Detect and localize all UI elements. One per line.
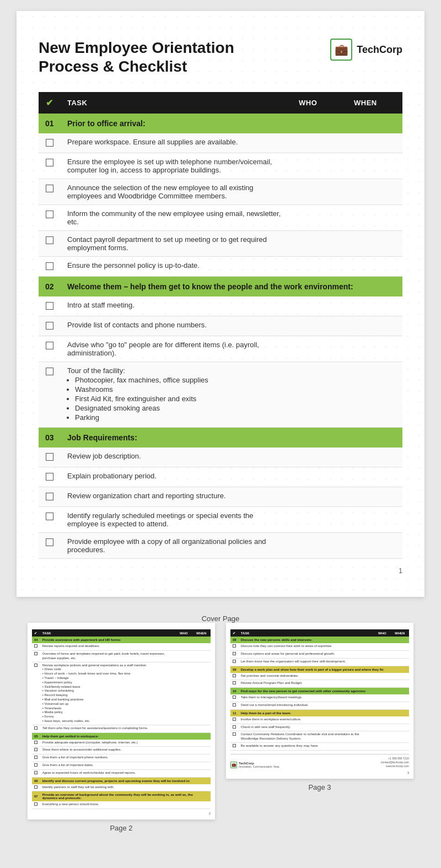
checkbox[interactable]	[46, 453, 53, 461]
thumb-section-08: 08 Discuss the new persons skills and in…	[230, 637, 409, 643]
checkbox[interactable]	[46, 185, 53, 192]
checkbox[interactable]	[46, 368, 53, 375]
thumb-tagline: Innovation. Communication. Now.	[239, 765, 279, 768]
checkbox[interactable]	[46, 322, 53, 330]
thumb-row: Review workplace policies and general ex…	[32, 662, 211, 725]
thumb-row: Everything a new person should know.	[32, 801, 211, 808]
thumb-row: Tell them who they contact for assistanc…	[32, 725, 211, 732]
thumb-phone: +1 566 890 7210	[381, 757, 409, 761]
page3-thumb: ✔ TASK WHO WHEN 08 Discuss the new perso…	[226, 623, 413, 779]
section-title: Welcome them – help them get to know the…	[61, 277, 402, 297]
thumb-section-07: 07 Provide an overview of background abo…	[32, 791, 211, 802]
checkbox[interactable]	[46, 302, 53, 310]
thumb-section-04: 04 Provide assistance with paperwork and…	[32, 637, 211, 643]
table-row: Inform the community of the new employee…	[39, 205, 402, 231]
thumb-row: Provide adequate equipment (computer, te…	[32, 740, 211, 747]
table-row: Review job description.	[39, 448, 402, 467]
checkmark-icon: ✔	[46, 98, 53, 107]
logo: 💼 TechCorp	[330, 39, 402, 61]
section-row-02: 02 Welcome them – help them get to know …	[39, 277, 402, 297]
pages-row: ✔ TASK WHO WHEN 04 Provide assistance wi…	[17, 623, 424, 832]
thumb-table-2: ✔ TASK WHO WHEN 04 Provide assistance wi…	[32, 629, 211, 809]
cover-header: New Employee Orientation Process & Check…	[39, 39, 402, 76]
page-number: 1	[39, 567, 402, 575]
thumb-row: Show them where to access/order addition…	[32, 747, 211, 754]
section-row-03: 03 Job Requirements:	[39, 428, 402, 448]
page2-thumb: ✔ TASK WHO WHEN 04 Provide assistance wi…	[28, 623, 215, 820]
thumb-section-06: 06 Identify and discuss current programs…	[32, 777, 211, 784]
thumb-row: Give them a list of important dates.	[32, 762, 211, 769]
thumb-row: Agree to expected hours of work/schedule…	[32, 769, 211, 777]
table-row: Ensure the employee is set up with telep…	[39, 153, 402, 179]
section-num: 02	[39, 277, 61, 297]
thumb-section-09: 09 Develop a work plan and show how thei…	[230, 666, 409, 673]
thumb-row: Set priorities and concrete deliverables…	[230, 673, 409, 680]
table-row: Announce the selection of the new employ…	[39, 179, 402, 205]
checkbox[interactable]	[46, 538, 53, 546]
thumb-row: Discuss how they can connect their work …	[230, 643, 409, 650]
table-row: Explain probationary period.	[39, 467, 402, 487]
cover-page-label: Cover Page	[202, 614, 240, 623]
checkbox[interactable]	[46, 473, 53, 481]
cover-page: New Employee Orientation Process & Check…	[17, 11, 424, 597]
table-row: Provide list of contacts and phone numbe…	[39, 316, 402, 336]
thumb-table-3: ✔ TASK WHO WHEN 08 Discuss the new perso…	[230, 629, 409, 751]
table-row: Contact payroll department to set up mee…	[39, 231, 402, 257]
thumb-row: Involve them in workplace events/culture…	[230, 716, 409, 724]
checkbox[interactable]	[46, 493, 53, 500]
checkbox[interactable]	[46, 139, 53, 147]
table-row: Advise who "go to" people are for differ…	[39, 336, 402, 362]
thumb-row: Overview of forms and templates required…	[32, 650, 211, 662]
thumb-row: Send out a memo/email introducing indivi…	[230, 702, 409, 709]
checkbox[interactable]	[46, 513, 53, 520]
thumb-footer: 💼 TechCorp Innovation. Communication. No…	[230, 754, 409, 768]
section-title: Prior to office arrival:	[61, 114, 402, 133]
thumb-logo-icon: 💼	[230, 762, 237, 768]
thumb-footer-logo: 💼 TechCorp Innovation. Communication. No…	[230, 762, 279, 768]
table-row: Intro at staff meeting.	[39, 296, 402, 316]
thumb-row: Check in with new staff frequently.	[230, 724, 409, 731]
thumb-row: Let them know how the organization will …	[230, 658, 409, 666]
thumb-section-05: 05 Help them get settled in workspace:	[32, 732, 211, 740]
thumb-row: Give them a list of important phone numb…	[32, 754, 211, 762]
table-row: Ensure the personnel policy is up-to-dat…	[39, 257, 402, 277]
facility-tour-list: Photocopier, fax machines, office suppli…	[67, 376, 286, 422]
section-num: 03	[39, 428, 61, 448]
thumb-row: Be available to answer any questions the…	[230, 742, 409, 750]
section-row-01: 01 Prior to office arrival:	[39, 114, 402, 133]
page3-label: Page 3	[308, 783, 331, 791]
thumb-row: Identify partners or staff they will be …	[32, 784, 211, 791]
checkbox[interactable]	[46, 159, 53, 166]
col-check: ✔	[39, 92, 61, 114]
thumb-row: Take them to interagency/board meetings.	[230, 694, 409, 702]
table-row: Prepare workspace. Ensure all supplies a…	[39, 133, 402, 153]
thumb-row: Review reports required and deadlines.	[32, 643, 211, 650]
thumb-website: www.techcorp.com	[381, 764, 409, 768]
thumb-contact-info: +1 566 890 7210 contact@techcorp.com www…	[381, 757, 409, 768]
thumb-email: contact@techcorp.com	[381, 761, 409, 764]
thumb-page-num-3: 3	[230, 771, 409, 774]
col-who: WHO	[292, 92, 347, 114]
checkbox[interactable]	[46, 211, 53, 218]
section-num: 01	[39, 114, 61, 133]
page3-wrapper: ✔ TASK WHO WHEN 08 Discuss the new perso…	[226, 623, 413, 832]
page-title: New Employee Orientation Process & Check…	[39, 39, 234, 76]
col-task: TASK	[61, 92, 292, 114]
thumb-page-num-2: 2	[32, 812, 211, 815]
page2-wrapper: ✔ TASK WHO WHEN 04 Provide assistance wi…	[28, 623, 215, 832]
thumb-section-11: 11 Help them be a part of the team:	[230, 709, 409, 716]
logo-icon: 💼	[330, 39, 352, 61]
thumb-row: Contact Community Relations Coordinator …	[230, 731, 409, 743]
logo-text: TechCorp	[357, 44, 402, 56]
checkbox[interactable]	[46, 342, 53, 349]
section-title: Job Requirements:	[61, 428, 402, 448]
table-row: Review organization chart and reporting …	[39, 487, 402, 507]
checklist-table: ✔ TASK WHO WHEN 01 Prior to office arriv…	[39, 92, 402, 559]
table-row: Identify regularly scheduled meetings or…	[39, 507, 402, 533]
thumb-row: Discuss options and areas for personal a…	[230, 650, 409, 658]
page2-label: Page 2	[110, 824, 132, 832]
checkbox[interactable]	[46, 262, 53, 270]
table-row: Tour of the facility: Photocopier, fax m…	[39, 362, 402, 428]
checkbox[interactable]	[46, 236, 53, 244]
col-when: WHEN	[347, 92, 402, 114]
